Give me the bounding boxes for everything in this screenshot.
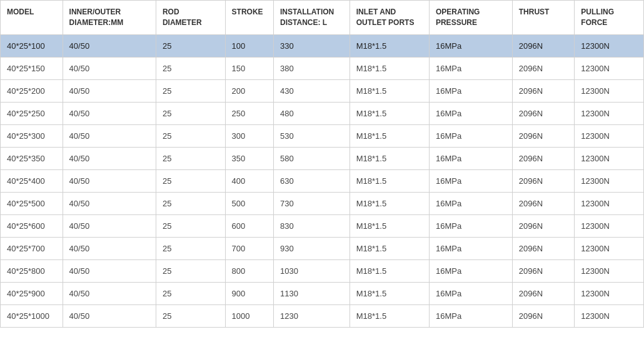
- cell-model: 40*25*250: [1, 102, 63, 124]
- cell-stroke: 600: [225, 214, 273, 237]
- cell-inner_outer: 40/50: [63, 282, 156, 304]
- cell-stroke: 200: [225, 79, 273, 102]
- cell-inlet_outlet: M18*1.5: [350, 79, 429, 102]
- cell-installation: 830: [274, 214, 350, 237]
- cell-model: 40*25*150: [1, 57, 63, 79]
- data-table: MODEL INNER/OUTER DIAMETER:MM ROD DIAMET…: [0, 0, 644, 328]
- cell-thrust: 2096N: [512, 192, 575, 214]
- cell-thrust: 2096N: [512, 57, 575, 79]
- cell-model: 40*25*100: [1, 34, 63, 57]
- cell-stroke: 150: [225, 57, 273, 79]
- cell-inlet_outlet: M18*1.5: [350, 304, 429, 327]
- cell-pulling_force: 12300N: [575, 102, 644, 124]
- cell-rod_diameter: 25: [156, 124, 225, 147]
- cell-stroke: 500: [225, 192, 273, 214]
- table-row: 40*25*60040/5025600830M18*1.516MPa2096N1…: [1, 214, 644, 237]
- cell-inlet_outlet: M18*1.5: [350, 57, 429, 79]
- cell-pulling_force: 12300N: [575, 34, 644, 57]
- cell-rod_diameter: 25: [156, 282, 225, 304]
- cell-pulling_force: 12300N: [575, 282, 644, 304]
- header-thrust: THRUST: [512, 1, 575, 35]
- cell-installation: 330: [274, 34, 350, 57]
- cell-operating_pressure: 16MPa: [429, 192, 512, 214]
- cell-rod_diameter: 25: [156, 304, 225, 327]
- cell-model: 40*25*300: [1, 124, 63, 147]
- cell-inner_outer: 40/50: [63, 192, 156, 214]
- cell-operating_pressure: 16MPa: [429, 124, 512, 147]
- header-rod-diameter: ROD DIAMETER: [156, 1, 225, 35]
- table-row: 40*25*35040/5025350580M18*1.516MPa2096N1…: [1, 147, 644, 169]
- cell-operating_pressure: 16MPa: [429, 57, 512, 79]
- cell-rod_diameter: 25: [156, 237, 225, 259]
- table-row: 40*25*25040/5025250480M18*1.516MPa2096N1…: [1, 102, 644, 124]
- cell-pulling_force: 12300N: [575, 79, 644, 102]
- cell-operating_pressure: 16MPa: [429, 304, 512, 327]
- cell-rod_diameter: 25: [156, 214, 225, 237]
- cell-inner_outer: 40/50: [63, 237, 156, 259]
- header-inlet-outlet: INLET AND OUTLET PORTS: [350, 1, 429, 35]
- cell-inlet_outlet: M18*1.5: [350, 147, 429, 169]
- cell-model: 40*25*900: [1, 282, 63, 304]
- cell-model: 40*25*500: [1, 192, 63, 214]
- cell-model: 40*25*400: [1, 169, 63, 192]
- table-row: 40*25*80040/50258001030M18*1.516MPa2096N…: [1, 259, 644, 282]
- cell-model: 40*25*700: [1, 237, 63, 259]
- cell-inlet_outlet: M18*1.5: [350, 34, 429, 57]
- cell-inlet_outlet: M18*1.5: [350, 282, 429, 304]
- cell-pulling_force: 12300N: [575, 304, 644, 327]
- cell-model: 40*25*350: [1, 147, 63, 169]
- table-row: 40*25*10040/5025100330M18*1.516MPa2096N1…: [1, 34, 644, 57]
- table-row: 40*25*50040/5025500730M18*1.516MPa2096N1…: [1, 192, 644, 214]
- cell-installation: 480: [274, 102, 350, 124]
- cell-inner_outer: 40/50: [63, 304, 156, 327]
- header-stroke: STROKE: [225, 1, 273, 35]
- cell-inner_outer: 40/50: [63, 259, 156, 282]
- cell-installation: 1130: [274, 282, 350, 304]
- table-row: 40*25*30040/5025300530M18*1.516MPa2096N1…: [1, 124, 644, 147]
- cell-rod_diameter: 25: [156, 57, 225, 79]
- cell-installation: 730: [274, 192, 350, 214]
- cell-installation: 630: [274, 169, 350, 192]
- cell-inner_outer: 40/50: [63, 169, 156, 192]
- cell-rod_diameter: 25: [156, 192, 225, 214]
- cell-stroke: 400: [225, 169, 273, 192]
- cell-thrust: 2096N: [512, 304, 575, 327]
- cell-inner_outer: 40/50: [63, 214, 156, 237]
- header-inner-outer: INNER/OUTER DIAMETER:MM: [63, 1, 156, 35]
- cell-thrust: 2096N: [512, 282, 575, 304]
- cell-operating_pressure: 16MPa: [429, 282, 512, 304]
- cell-operating_pressure: 16MPa: [429, 169, 512, 192]
- cell-operating_pressure: 16MPa: [429, 214, 512, 237]
- cell-pulling_force: 12300N: [575, 214, 644, 237]
- cell-stroke: 350: [225, 147, 273, 169]
- cell-stroke: 300: [225, 124, 273, 147]
- cell-model: 40*25*600: [1, 214, 63, 237]
- cell-stroke: 1000: [225, 304, 273, 327]
- cell-operating_pressure: 16MPa: [429, 237, 512, 259]
- cell-operating_pressure: 16MPa: [429, 259, 512, 282]
- cell-model: 40*25*1000: [1, 304, 63, 327]
- cell-thrust: 2096N: [512, 237, 575, 259]
- cell-operating_pressure: 16MPa: [429, 147, 512, 169]
- cell-installation: 430: [274, 79, 350, 102]
- cell-pulling_force: 12300N: [575, 57, 644, 79]
- cell-pulling_force: 12300N: [575, 192, 644, 214]
- table-row: 40*25*70040/5025700930M18*1.516MPa2096N1…: [1, 237, 644, 259]
- cell-inlet_outlet: M18*1.5: [350, 192, 429, 214]
- cell-thrust: 2096N: [512, 124, 575, 147]
- cell-installation: 530: [274, 124, 350, 147]
- cell-inlet_outlet: M18*1.5: [350, 214, 429, 237]
- table-row: 40*25*15040/5025150380M18*1.516MPa2096N1…: [1, 57, 644, 79]
- table-row: 40*25*90040/50259001130M18*1.516MPa2096N…: [1, 282, 644, 304]
- cell-installation: 930: [274, 237, 350, 259]
- cell-inner_outer: 40/50: [63, 102, 156, 124]
- header-pulling-force: PULLING FORCE: [575, 1, 644, 35]
- cell-thrust: 2096N: [512, 79, 575, 102]
- cell-thrust: 2096N: [512, 147, 575, 169]
- cell-inlet_outlet: M18*1.5: [350, 169, 429, 192]
- cell-installation: 1230: [274, 304, 350, 327]
- cell-inner_outer: 40/50: [63, 124, 156, 147]
- table-row: 40*25*20040/5025200430M18*1.516MPa2096N1…: [1, 79, 644, 102]
- cell-rod_diameter: 25: [156, 34, 225, 57]
- cell-rod_diameter: 25: [156, 169, 225, 192]
